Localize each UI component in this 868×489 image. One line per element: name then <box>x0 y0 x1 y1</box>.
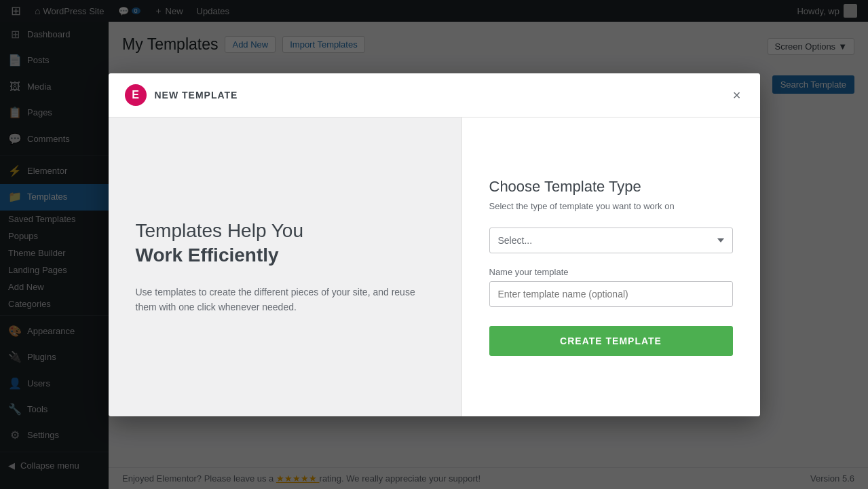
modal-heading-bold: Work Efficiently <box>136 243 434 268</box>
modal-logo-text: E <box>132 89 139 101</box>
modal-left-heading: Templates Help You Work Efficiently <box>136 219 434 268</box>
modal-close-button[interactable]: × <box>730 86 744 105</box>
elementor-modal-logo: E <box>125 84 147 106</box>
modal-right-panel: Choose Template Type Select the type of … <box>461 117 760 416</box>
modal-header: E NEW TEMPLATE × <box>109 73 760 117</box>
modal-heading-text: Templates Help You <box>136 220 304 241</box>
modal-left-description: Use templates to create the different pi… <box>136 285 434 315</box>
template-name-input[interactable] <box>489 281 733 307</box>
modal-overlay: E NEW TEMPLATE × Templates Help You Work… <box>0 0 868 489</box>
modal-body: Templates Help You Work Efficiently Use … <box>109 117 760 416</box>
template-name-label: Name your template <box>489 267 733 277</box>
template-name-group: Name your template <box>489 267 733 307</box>
create-template-button[interactable]: CREATE TEMPLATE <box>489 326 733 356</box>
modal-title: NEW TEMPLATE <box>155 90 238 101</box>
template-type-group: Select... Page Section Header Footer Sin… <box>489 228 733 253</box>
modal-right-title: Choose Template Type <box>489 178 733 196</box>
modal-left-panel: Templates Help You Work Efficiently Use … <box>109 117 461 416</box>
template-type-select[interactable]: Select... Page Section Header Footer Sin… <box>489 228 733 253</box>
modal-right-subtitle: Select the type of template you want to … <box>489 201 733 211</box>
new-template-modal: E NEW TEMPLATE × Templates Help You Work… <box>109 73 760 416</box>
